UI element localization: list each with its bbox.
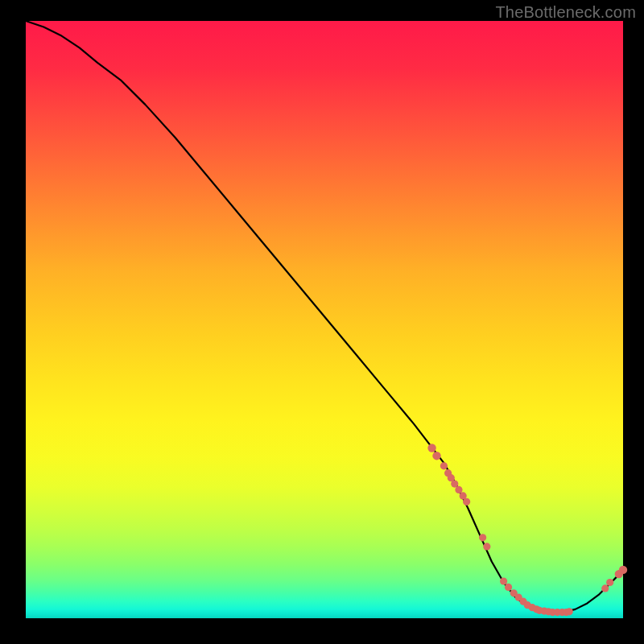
bottleneck-curve — [26, 21, 623, 613]
data-point — [432, 452, 440, 460]
data-point — [463, 498, 470, 506]
data-point — [601, 584, 609, 592]
data-point — [427, 444, 436, 452]
data-point — [451, 480, 458, 487]
chart-svg — [26, 21, 623, 618]
chart-plot-area — [26, 21, 623, 618]
data-point — [479, 534, 486, 541]
data-point — [619, 566, 627, 574]
data-point — [500, 577, 507, 584]
watermark-text: TheBottleneck.com — [495, 3, 636, 22]
chart-container: TheBottleneck.com — [0, 0, 644, 644]
data-point — [483, 543, 490, 550]
data-point — [566, 608, 573, 615]
data-point — [606, 579, 613, 586]
highlighted-points — [427, 444, 627, 616]
data-point — [455, 486, 462, 493]
data-point — [505, 584, 512, 591]
data-point — [440, 462, 448, 469]
